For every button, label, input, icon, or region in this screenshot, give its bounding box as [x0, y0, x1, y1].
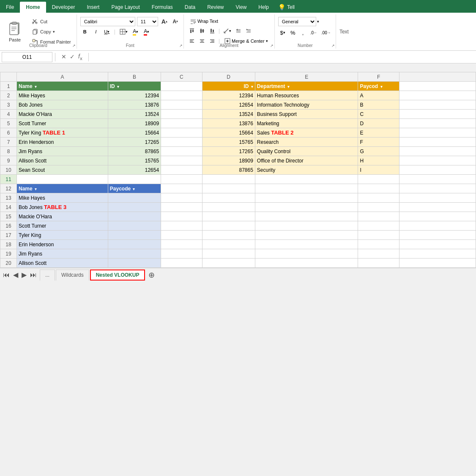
cell-D2[interactable]: 12394 — [202, 91, 255, 100]
cell-G2[interactable] — [399, 91, 476, 100]
cell-E18[interactable] — [255, 240, 358, 249]
cell-A15[interactable]: Mackie O'Hara — [16, 212, 108, 221]
tab-help[interactable]: Help — [252, 2, 275, 13]
sheet-tab-ellipsis[interactable]: ... — [40, 270, 55, 281]
cell-D5[interactable]: 13876 — [202, 119, 255, 128]
cell-C11[interactable] — [161, 175, 202, 184]
cell-A19[interactable]: Jim Ryans — [16, 249, 108, 259]
cell-D7[interactable]: 15765 — [202, 138, 255, 147]
cell-G5[interactable] — [399, 119, 476, 128]
cell-F3[interactable]: B — [358, 100, 399, 110]
number-expand[interactable]: ↗ — [331, 44, 335, 48]
cell-E6[interactable]: Sales TABLE 2 — [255, 128, 358, 138]
cell-D3[interactable]: 12654 — [202, 100, 255, 110]
confirm-formula-icon[interactable]: ✓ — [70, 53, 75, 60]
cell-C14[interactable] — [161, 203, 202, 212]
tab-insert[interactable]: Insert — [81, 2, 105, 13]
align-top-button[interactable] — [187, 26, 197, 36]
cell-G4[interactable] — [399, 110, 476, 119]
tab-prev-button[interactable]: ◀ — [12, 271, 19, 279]
underline-button[interactable]: U▾ — [102, 27, 112, 36]
cell-D11[interactable] — [202, 175, 255, 184]
cell-A14[interactable]: Bob Jones TABLE 3 — [16, 203, 108, 212]
cell-E12[interactable] — [255, 184, 358, 193]
cell-E15[interactable] — [255, 212, 358, 221]
cell-A6[interactable]: Tyler King TABLE 1 — [16, 128, 108, 138]
cell-C4[interactable] — [161, 110, 202, 119]
cell-F10[interactable]: I — [358, 165, 399, 175]
cell-B12[interactable]: Paycode ▾ — [108, 184, 161, 193]
cell-G16[interactable] — [399, 221, 476, 231]
cell-A10[interactable]: Sean Scout — [16, 165, 108, 175]
cell-G6[interactable] — [399, 128, 476, 138]
number-format-dropdown[interactable]: ▾ — [317, 19, 319, 24]
tab-next-button[interactable]: ▶ — [20, 271, 28, 279]
comma-button[interactable]: , — [298, 28, 308, 37]
font-color-button[interactable]: A ▾ — [142, 27, 151, 36]
cell-C12[interactable] — [161, 184, 202, 193]
cell-F20[interactable] — [358, 259, 399, 268]
copy-button[interactable]: Copy ▾ — [30, 27, 73, 36]
cell-E3[interactable]: Information Technology — [255, 100, 358, 110]
cell-B15[interactable] — [108, 212, 161, 221]
cell-E13[interactable] — [255, 193, 358, 203]
cell-E4[interactable]: Business Support — [255, 110, 358, 119]
cell-D18[interactable] — [202, 240, 255, 249]
cell-B16[interactable] — [108, 221, 161, 231]
currency-button[interactable]: $▾ — [278, 28, 287, 37]
cell-F11[interactable] — [358, 175, 399, 184]
align-bottom-button[interactable] — [208, 26, 217, 36]
tab-page-layout[interactable]: Page Layout — [105, 2, 145, 13]
cell-D6[interactable]: 15664 — [202, 128, 255, 138]
cell-C15[interactable] — [161, 212, 202, 221]
percent-button[interactable]: % — [288, 28, 298, 37]
cell-D9[interactable]: 18909 — [202, 156, 255, 165]
cell-C13[interactable] — [161, 193, 202, 203]
cut-button[interactable]: Cut — [30, 17, 73, 26]
cell-B18[interactable] — [108, 240, 161, 249]
col-header-D[interactable]: D — [202, 72, 255, 82]
cell-A16[interactable]: Scott Turner — [16, 221, 108, 231]
cell-G8[interactable] — [399, 147, 476, 156]
col-header-F[interactable]: F — [358, 72, 399, 82]
cell-E1[interactable]: Department ▾ — [255, 82, 358, 91]
cell-F2[interactable]: A — [358, 91, 399, 100]
cell-B6[interactable]: 15664 — [108, 128, 161, 138]
align-middle-button[interactable] — [197, 26, 207, 36]
cell-G19[interactable] — [399, 249, 476, 259]
cell-A17[interactable]: Tyler King — [16, 231, 108, 240]
fill-color-button[interactable]: A ▾ — [131, 27, 140, 36]
font-grow-button[interactable]: A▴ — [160, 17, 169, 26]
cell-F17[interactable] — [358, 231, 399, 240]
indent-increase-button[interactable] — [244, 26, 253, 36]
cell-E16[interactable] — [255, 221, 358, 231]
cell-G14[interactable] — [399, 203, 476, 212]
cell-G10[interactable] — [399, 165, 476, 175]
tab-first-button[interactable]: ⏮ — [2, 271, 11, 279]
cell-B4[interactable]: 13524 — [108, 110, 161, 119]
tab-view[interactable]: View — [230, 2, 253, 13]
cell-B13[interactable] — [108, 193, 161, 203]
cell-D17[interactable] — [202, 231, 255, 240]
cell-C19[interactable] — [161, 249, 202, 259]
cell-E10[interactable]: Security — [255, 165, 358, 175]
cell-F7[interactable]: F — [358, 138, 399, 147]
cell-A8[interactable]: Jim Ryans — [16, 147, 108, 156]
cell-G13[interactable] — [399, 193, 476, 203]
cell-A13[interactable]: Mike Hayes — [16, 193, 108, 203]
cell-E8[interactable]: Quality Control — [255, 147, 358, 156]
cell-A9[interactable]: Allison Scott — [16, 156, 108, 165]
cell-E7[interactable]: Research — [255, 138, 358, 147]
italic-button[interactable]: I — [91, 27, 101, 36]
cell-D8[interactable]: 17265 — [202, 147, 255, 156]
cell-A11[interactable] — [16, 175, 108, 184]
cell-D19[interactable] — [202, 249, 255, 259]
alignment-expand[interactable]: ↗ — [270, 44, 274, 48]
tab-data[interactable]: Data — [179, 2, 201, 13]
cell-F14[interactable] — [358, 203, 399, 212]
cell-G7[interactable] — [399, 138, 476, 147]
cell-F4[interactable]: C — [358, 110, 399, 119]
col-header-C[interactable]: C — [161, 72, 202, 82]
cell-C6[interactable] — [161, 128, 202, 138]
text-angle-button[interactable]: ▾ — [222, 26, 233, 36]
